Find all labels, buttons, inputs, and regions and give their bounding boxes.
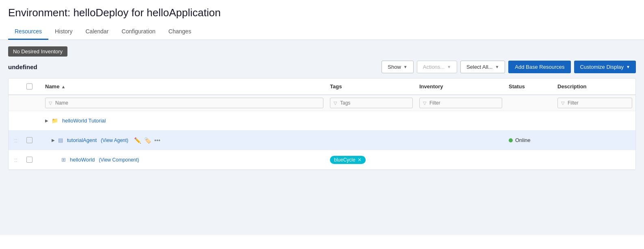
row-actions-2: ✏️ 🏷️ ••• [134, 137, 160, 144]
agent-icon: ▤ [58, 137, 63, 143]
tags-cell-1 [327, 117, 416, 125]
tags-cell-3: blueCycle ✕ [327, 152, 416, 168]
status-label: Online [515, 137, 531, 143]
th-inventory: Inventory [416, 79, 505, 94]
tag-badge-bluecycle: blueCycle ✕ [330, 156, 366, 164]
tab-resources[interactable]: Resources [8, 24, 48, 40]
view-component-link[interactable]: (View Component) [99, 157, 139, 163]
page-title: Environment: helloDeploy for helloApplic… [8, 7, 636, 19]
actions-button[interactable]: Actions... ▼ [417, 61, 457, 73]
name-cell-3: ⊞ helloWorld (View Component) [42, 153, 327, 167]
th-name: Name ▲ [42, 79, 327, 94]
resource-link-3[interactable]: helloWorld [70, 157, 95, 163]
customize-arrow-icon: ▼ [626, 65, 630, 69]
section-title: undefined [8, 63, 382, 70]
drag-cell-2[interactable]: :: [9, 133, 23, 148]
fc-inventory: ▽ [416, 95, 505, 111]
drag-cell-1 [9, 117, 23, 125]
th-checkbox [23, 79, 42, 94]
th-drag [9, 79, 23, 94]
select-all-button[interactable]: Select All... ▼ [460, 61, 505, 73]
description-filter-icon: ▽ [561, 100, 564, 106]
component-icon: ⊞ [61, 157, 66, 163]
page-header: Environment: helloDeploy for helloApplic… [0, 0, 644, 19]
inventory-cell-3 [416, 156, 505, 164]
tab-changes[interactable]: Changes [162, 24, 198, 40]
tab-calendar[interactable]: Calendar [79, 24, 115, 40]
tab-configuration[interactable]: Configuration [115, 24, 162, 40]
view-agent-link[interactable]: (View Agent) [101, 138, 128, 143]
customize-display-label: Customize Display [580, 64, 624, 70]
table-row: ▶ 📁 helloWorld Tutorial [9, 111, 635, 131]
tags-cell-2 [327, 136, 416, 144]
th-description: Description [554, 79, 635, 94]
table-header: Name ▲ Tags Inventory Status Description [9, 79, 635, 95]
nav-tabs: Resources History Calendar Configuration… [0, 24, 644, 40]
show-button[interactable]: Show ▼ [382, 61, 413, 73]
resource-link-1[interactable]: helloWorld Tutorial [62, 118, 106, 124]
tag-icon[interactable]: 🏷️ [144, 137, 151, 144]
actions-arrow-icon: ▼ [447, 65, 451, 69]
toolbar: undefined Show ▼ Actions... ▼ Select All… [8, 61, 636, 73]
inventory-filter-wrapper: ▽ [419, 98, 502, 108]
name-cell-2: ▶ ▤ tutorialAgent (View Agent) ✏️ 🏷️ ••• [42, 133, 327, 148]
tag-close-icon[interactable]: ✕ [358, 157, 362, 163]
actions-label: Actions... [423, 64, 445, 70]
tags-filter-icon: ▽ [334, 100, 337, 106]
select-all-arrow-icon: ▼ [495, 65, 499, 69]
name-cell-1: ▶ 📁 helloWorld Tutorial [42, 114, 327, 128]
row-checkbox-2[interactable] [26, 137, 33, 143]
name-filter-icon: ▽ [49, 100, 52, 106]
status-online: Online [509, 137, 531, 143]
show-label: Show [388, 64, 401, 70]
status-cell-2: Online [505, 133, 554, 147]
drag-handle-2[interactable]: :: [13, 137, 19, 144]
checkbox-cell-2 [23, 133, 42, 147]
checkbox-cell-1 [23, 117, 42, 125]
expand-icon-2[interactable]: ▶ [52, 138, 55, 142]
fc-name: ▽ [42, 95, 327, 111]
tags-filter-wrapper: ▽ [330, 98, 413, 108]
select-all-checkbox[interactable] [26, 83, 33, 90]
resource-link-2[interactable]: tutorialAgent [67, 137, 97, 143]
more-icon[interactable]: ••• [154, 137, 160, 144]
name-sort-icon[interactable]: ▲ [61, 84, 65, 89]
table-row: :: ⊞ helloWorld (View Component) blueCyc… [9, 150, 635, 170]
description-filter-wrapper: ▽ [557, 98, 632, 108]
checkbox-cell-3 [23, 153, 42, 167]
description-filter-input[interactable] [568, 100, 629, 106]
description-cell-1 [554, 117, 635, 125]
row-checkbox-3[interactable] [26, 157, 33, 163]
th-name-label: Name [45, 83, 59, 90]
status-dot [509, 138, 513, 142]
tab-history[interactable]: History [48, 24, 79, 40]
name-filter-input[interactable] [55, 100, 320, 106]
fc-checkbox [23, 95, 42, 111]
description-cell-3 [554, 156, 635, 164]
expand-icon-1[interactable]: ▶ [45, 118, 48, 123]
name-filter-wrapper: ▽ [45, 98, 323, 108]
customize-display-button[interactable]: Customize Display ▼ [574, 61, 636, 73]
tags-filter-input[interactable] [340, 100, 409, 106]
inventory-filter-icon: ▽ [423, 100, 426, 106]
add-base-resources-button[interactable]: Add Base Resources [508, 61, 571, 73]
status-cell-3 [505, 156, 554, 164]
content-area: No Desired Inventory undefined Show ▼ Ac… [0, 40, 644, 235]
fc-tags: ▽ [327, 95, 416, 111]
th-tags: Tags [327, 79, 416, 94]
fc-description: ▽ [554, 95, 635, 111]
drag-handle-3[interactable]: :: [13, 157, 19, 163]
inventory-cell-1 [416, 117, 505, 125]
select-all-label: Select All... [466, 64, 492, 70]
inventory-filter-input[interactable] [429, 100, 499, 106]
edit-icon[interactable]: ✏️ [134, 137, 141, 144]
fc-drag [9, 95, 23, 111]
table-row: :: ▶ ▤ tutorialAgent (View Agent) ✏️ 🏷️ … [9, 131, 635, 150]
drag-cell-3[interactable]: :: [9, 153, 23, 167]
filter-row: ▽ ▽ ▽ ▽ [9, 95, 635, 111]
tag-label: blueCycle [334, 157, 356, 163]
show-arrow-icon: ▼ [403, 65, 408, 69]
folder-icon: 📁 [52, 118, 58, 124]
inventory-cell-2 [416, 136, 505, 144]
description-cell-2 [554, 136, 635, 144]
